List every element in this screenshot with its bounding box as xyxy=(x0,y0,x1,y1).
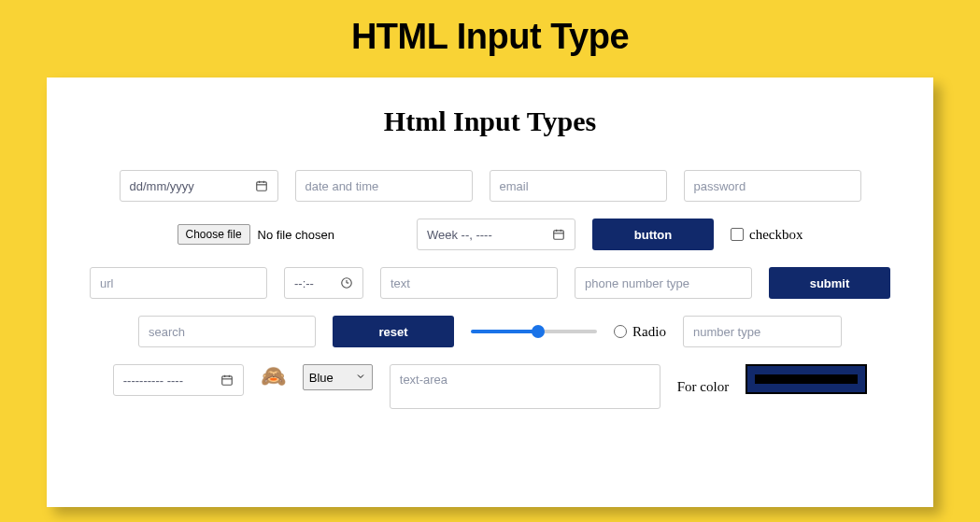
chevron-down-icon xyxy=(355,371,366,385)
week-input[interactable]: Week --, ---- xyxy=(417,219,575,250)
submit-button[interactable]: submit xyxy=(769,267,890,299)
password-placeholder: password xyxy=(694,179,746,193)
svg-rect-0 xyxy=(256,182,266,190)
number-input[interactable]: number type xyxy=(683,316,842,347)
calendar-icon xyxy=(220,374,234,387)
month-value: ---------- ---- xyxy=(123,374,183,388)
url-placeholder: url xyxy=(100,276,113,290)
button-button[interactable]: button xyxy=(592,219,714,250)
page-title: HTML Input Type xyxy=(0,0,980,78)
slider-thumb xyxy=(532,325,545,338)
email-placeholder: email xyxy=(500,179,529,193)
search-placeholder: search xyxy=(149,325,185,339)
time-input[interactable]: --:-- xyxy=(284,267,363,299)
submit-label: submit xyxy=(810,276,850,290)
reset-button[interactable]: reset xyxy=(333,316,454,347)
file-input-wrap: Choose file No file chosen xyxy=(178,224,334,245)
radio-wrap: Radio xyxy=(614,324,666,340)
tel-placeholder: phone number type xyxy=(585,276,689,290)
date-input[interactable]: dd/mm/yyyy xyxy=(120,170,278,202)
clock-icon xyxy=(340,276,353,289)
select-value: Blue xyxy=(309,371,334,385)
email-input[interactable]: email xyxy=(490,170,667,202)
range-input[interactable] xyxy=(471,324,597,339)
calendar-icon xyxy=(255,179,268,192)
time-value: --:-- xyxy=(294,276,314,290)
choose-file-button[interactable]: Choose file xyxy=(178,224,250,245)
card-title: Html Input Types xyxy=(65,106,915,137)
row-2: Choose file No file chosen Week --, ----… xyxy=(65,219,915,250)
checkbox-label: checkbox xyxy=(749,227,802,243)
number-placeholder: number type xyxy=(693,325,760,339)
month-input[interactable]: ---------- ---- xyxy=(113,364,244,396)
tel-input[interactable]: phone number type xyxy=(575,267,752,299)
url-input[interactable]: url xyxy=(90,267,267,299)
text-placeholder: text xyxy=(391,276,410,290)
reset-label: reset xyxy=(379,325,408,339)
week-value: Week --, ---- xyxy=(427,228,492,242)
form-card: Html Input Types dd/mm/yyyy date and tim… xyxy=(47,78,933,507)
svg-rect-11 xyxy=(222,376,233,385)
color-input[interactable] xyxy=(746,364,867,394)
row-1: dd/mm/yyyy date and time email password xyxy=(65,170,915,202)
row-3: url --:-- text phone number type submit xyxy=(65,267,915,299)
checkbox-wrap: checkbox xyxy=(731,227,802,243)
textarea-placeholder: text-area xyxy=(400,373,447,387)
select-input[interactable]: Blue xyxy=(303,364,373,390)
datetime-input[interactable]: date and time xyxy=(295,170,473,202)
checkbox-input[interactable] xyxy=(731,228,744,241)
row-4: search reset Radio number type xyxy=(65,316,915,347)
calendar-icon xyxy=(552,228,565,241)
slider-fill xyxy=(471,330,534,333)
radio-label: Radio xyxy=(632,324,666,340)
datetime-placeholder: date and time xyxy=(305,179,379,193)
date-value: dd/mm/yyyy xyxy=(130,179,194,193)
row-5: ---------- ---- 🙈 Blue text-area For col… xyxy=(65,364,915,409)
no-file-label: No file chosen xyxy=(258,228,334,242)
color-swatch-inner xyxy=(755,374,858,384)
color-label: For color xyxy=(677,379,729,395)
button-label: button xyxy=(634,228,672,242)
textarea-input[interactable]: text-area xyxy=(390,364,660,409)
image-input[interactable]: 🙈 xyxy=(261,364,286,388)
password-input[interactable]: password xyxy=(684,170,861,202)
svg-rect-4 xyxy=(554,231,564,239)
radio-input[interactable] xyxy=(614,325,627,338)
search-input[interactable]: search xyxy=(138,316,316,347)
text-input[interactable]: text xyxy=(380,267,558,299)
